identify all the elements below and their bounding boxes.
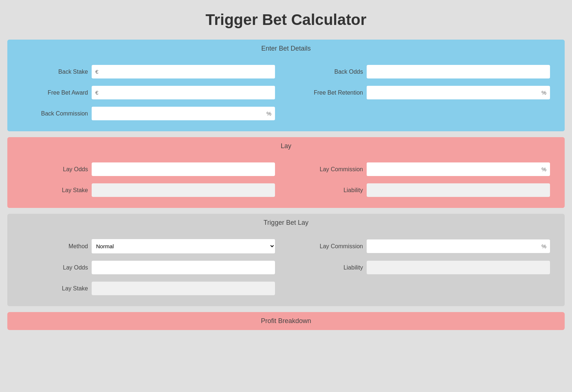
back-odds-row: Back Odds xyxy=(297,65,550,78)
lay-commission-input-wrapper: % xyxy=(367,162,550,176)
method-select-wrapper: Normal Best Odds Custom xyxy=(92,239,275,253)
trigger-lay-commission-label: Lay Commission xyxy=(297,243,363,250)
free-bet-award-row: Free Bet Award € xyxy=(22,86,275,99)
method-label: Method xyxy=(22,243,88,250)
back-commission-input[interactable] xyxy=(92,107,263,120)
free-bet-retention-row: Free Bet Retention % xyxy=(297,86,550,99)
back-commission-row: Back Commission % xyxy=(22,107,275,120)
lay-odds-input-wrapper xyxy=(92,162,275,176)
back-odds-label: Back Odds xyxy=(297,69,363,75)
trigger-liability-row: Liability xyxy=(297,261,550,274)
profit-section: Profit Breakdown xyxy=(7,312,565,330)
lay-section: Lay Lay Odds Lay Commission % Lay Stake xyxy=(7,137,565,208)
trigger-lay-stake-input xyxy=(92,282,275,295)
trigger-lay-odds-input-wrapper xyxy=(92,261,275,274)
lay-liability-row: Liability xyxy=(297,183,550,197)
trigger-lay-odds-row: Lay Odds xyxy=(22,261,275,274)
profit-section-header: Profit Breakdown xyxy=(7,312,565,330)
back-odds-input-wrapper xyxy=(367,65,550,78)
lay-commission-row: Lay Commission % xyxy=(297,162,550,176)
back-section: Enter Bet Details Back Stake € Back Odds… xyxy=(7,40,565,131)
free-bet-award-label: Free Bet Award xyxy=(22,89,88,96)
free-bet-award-input[interactable] xyxy=(102,86,275,99)
back-stake-input-wrapper: € xyxy=(92,65,275,78)
back-commission-label: Back Commission xyxy=(22,110,88,117)
trigger-lay-odds-label: Lay Odds xyxy=(22,264,88,271)
lay-odds-row: Lay Odds xyxy=(22,162,275,176)
trigger-liability-input xyxy=(367,261,550,274)
trigger-section-header: Trigger Bet Lay xyxy=(7,214,565,232)
lay-commission-label: Lay Commission xyxy=(297,166,363,173)
free-bet-retention-input[interactable] xyxy=(367,86,538,99)
lay-odds-input[interactable] xyxy=(92,162,275,176)
trigger-lay-commission-input-wrapper: % xyxy=(367,239,550,253)
trigger-lay-stake-row: Lay Stake xyxy=(22,282,275,295)
back-commission-input-wrapper: % xyxy=(92,107,275,120)
trigger-liability-label: Liability xyxy=(297,264,363,271)
trigger-section: Trigger Bet Lay Method Normal Best Odds … xyxy=(7,214,565,306)
lay-commission-suffix: % xyxy=(538,163,550,175)
back-section-header: Enter Bet Details xyxy=(7,40,565,58)
trigger-lay-commission-row: Lay Commission % xyxy=(297,239,550,253)
back-stake-input[interactable] xyxy=(102,65,275,78)
lay-commission-input[interactable] xyxy=(367,162,538,176)
trigger-lay-stake-label: Lay Stake xyxy=(22,285,88,292)
trigger-lay-odds-input[interactable] xyxy=(92,261,275,274)
trigger-lay-commission-input[interactable] xyxy=(367,239,538,253)
free-bet-award-prefix: € xyxy=(92,87,102,99)
lay-liability-input xyxy=(367,183,550,197)
lay-stake-input xyxy=(92,183,275,197)
trigger-lay-stake-input-wrapper xyxy=(92,282,275,295)
method-row: Method Normal Best Odds Custom xyxy=(22,239,275,253)
lay-section-header: Lay xyxy=(7,137,565,155)
back-stake-prefix: € xyxy=(92,66,102,78)
back-odds-input[interactable] xyxy=(367,65,550,78)
lay-stake-row: Lay Stake xyxy=(22,183,275,197)
free-bet-retention-suffix: % xyxy=(538,87,550,99)
trigger-liability-input-wrapper xyxy=(367,261,550,274)
free-bet-award-input-wrapper: € xyxy=(92,86,275,99)
free-bet-retention-label: Free Bet Retention xyxy=(297,89,363,96)
lay-stake-input-wrapper xyxy=(92,183,275,197)
lay-odds-label: Lay Odds xyxy=(22,166,88,173)
method-select[interactable]: Normal Best Odds Custom xyxy=(92,239,275,253)
free-bet-retention-input-wrapper: % xyxy=(367,86,550,99)
lay-stake-label: Lay Stake xyxy=(22,187,88,194)
lay-liability-label: Liability xyxy=(297,187,363,194)
lay-liability-input-wrapper xyxy=(367,183,550,197)
back-commission-suffix: % xyxy=(263,107,275,120)
trigger-lay-commission-suffix: % xyxy=(538,240,550,252)
page-title: Trigger Bet Calculator xyxy=(0,0,572,40)
back-stake-label: Back Stake xyxy=(22,69,88,75)
back-stake-row: Back Stake € xyxy=(22,65,275,78)
